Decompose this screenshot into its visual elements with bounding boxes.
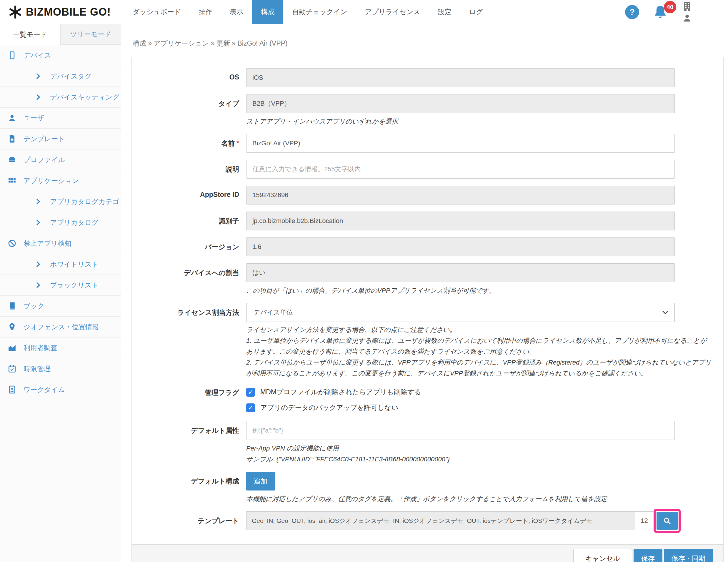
sidebar-item-whitelist[interactable]: ホワイトリスト bbox=[0, 254, 121, 275]
checkbox-checked-icon[interactable]: ✓ bbox=[246, 388, 255, 397]
sidebar-item-device-kitting[interactable]: デバイスキッティング bbox=[0, 87, 121, 108]
os-label: OS bbox=[142, 68, 239, 87]
device-assignment-label: デバイスへの割当 bbox=[142, 263, 239, 296]
version-field: 1.6 bbox=[246, 237, 675, 256]
license-method-select[interactable]: デバイス単位 bbox=[246, 303, 675, 322]
profile-icon bbox=[8, 155, 16, 164]
version-label: バージョン bbox=[142, 237, 239, 256]
id-badge-icon bbox=[8, 385, 16, 394]
notifications-bell-icon[interactable]: 40 bbox=[653, 4, 668, 20]
sidebar-item-blacklist[interactable]: ブラックリスト bbox=[0, 275, 121, 296]
form-footer: キャンセル 保存 保存・同期 bbox=[132, 544, 723, 562]
template-label: テンプレート bbox=[142, 511, 239, 530]
nav-dashboard[interactable]: ダッシュボード bbox=[124, 0, 190, 24]
page: BIZMOBILE GO! ダッシュボード 操作 表示 構成 自動チェックイン … bbox=[0, 0, 728, 562]
help-icon[interactable]: ? bbox=[625, 5, 639, 19]
os-field: iOS bbox=[246, 68, 675, 87]
sidebar-item-users[interactable]: ユーザ bbox=[0, 108, 121, 129]
chevron-right-icon bbox=[35, 261, 42, 268]
flag-remove-app-with-mdm-profile: ✓ MDMプロファイルが削除されたらアプリも削除する bbox=[246, 388, 713, 397]
calendar-check-icon bbox=[8, 364, 16, 373]
type-label: タイプ bbox=[142, 94, 239, 127]
form-row-manage-flags: 管理フラグ ✓ MDMプロファイルが削除されたらアプリも削除する ✓ アプリのデ… bbox=[142, 386, 713, 414]
checkbox-checked-icon[interactable]: ✓ bbox=[246, 403, 255, 412]
description-input[interactable] bbox=[246, 160, 675, 178]
main-content: 構成 » アプリケーション » 更新 » BizGo! Air (VPP) OS… bbox=[121, 24, 728, 562]
name-label: 名前* bbox=[142, 134, 239, 153]
nav-log[interactable]: ログ bbox=[460, 0, 492, 24]
template-count: 12 bbox=[635, 511, 654, 530]
save-button[interactable]: 保存 bbox=[634, 549, 662, 562]
license-method-help-text: ライセンスアサイン方法を変更する場合、以下の点にご注意ください。 1. ユーザ単… bbox=[246, 324, 713, 379]
sidebar-item-books[interactable]: ブック bbox=[0, 296, 121, 317]
name-input[interactable] bbox=[246, 134, 675, 153]
tab-list-mode[interactable]: 一覧モード bbox=[0, 24, 61, 45]
identifier-field: jp.co.bizmobile.b2b.BizLocation bbox=[246, 211, 675, 230]
form-row-description: 説明 bbox=[142, 160, 713, 178]
chevron-right-icon bbox=[35, 219, 42, 226]
breadcrumb[interactable]: 構成 » アプリケーション » 更新 » BizGo! Air (VPP) bbox=[133, 39, 724, 48]
nav-operations[interactable]: 操作 bbox=[190, 0, 221, 24]
form-row-license-method: ライセンス割当方法 デバイス単位 ライセンスアサイン方法を変更する場合、以下の点… bbox=[142, 303, 713, 379]
nav-view[interactable]: 表示 bbox=[221, 0, 252, 24]
chart-icon bbox=[8, 344, 16, 352]
form-row-appstore-id: AppStore ID 1592432696 bbox=[142, 186, 713, 204]
sidebar-item-app-catalog-categories[interactable]: アプリカタログカテゴリ bbox=[0, 191, 121, 212]
sidebar: 一覧モード ツリーモード デバイス デバイスタグ デバイスキッティング bbox=[0, 24, 121, 562]
add-button[interactable]: 追加 bbox=[246, 472, 275, 491]
device-icon bbox=[8, 51, 16, 60]
user-icon bbox=[682, 13, 692, 23]
top-navigation-bar: BIZMOBILE GO! ダッシュボード 操作 表示 構成 自動チェックイン … bbox=[0, 0, 728, 24]
nav-app-license[interactable]: アプリライセンス bbox=[356, 0, 429, 24]
sidebar-item-profiles[interactable]: プロファイル bbox=[0, 149, 121, 170]
sidebar-item-banned-app-detection[interactable]: 禁止アプリ検知 bbox=[0, 233, 121, 254]
tab-tree-mode[interactable]: ツリーモード bbox=[61, 24, 121, 45]
manage-flags-label: 管理フラグ bbox=[142, 386, 239, 414]
default-config-label: デフォルト構成 bbox=[142, 472, 239, 504]
device-assignment-field: はい bbox=[246, 263, 675, 282]
sidebar-item-time-limit-management[interactable]: 時限管理 bbox=[0, 359, 121, 379]
form-row-name: 名前* bbox=[142, 134, 713, 153]
account-menu[interactable] bbox=[682, 1, 693, 23]
appstore-id-field: 1592432696 bbox=[246, 186, 675, 204]
book-icon bbox=[8, 302, 16, 311]
nav-settings[interactable]: 設定 bbox=[429, 0, 460, 24]
app-logo: BIZMOBILE GO! bbox=[0, 0, 124, 24]
nav-auto-checkin[interactable]: 自動チェックイン bbox=[283, 0, 356, 24]
highlight-annotation bbox=[654, 509, 681, 533]
map-pin-icon bbox=[8, 323, 16, 331]
default-config-help-text: 本機能に対応したアプリのみ、任意のタグを定義。「作成」ボタンをクリックすることで… bbox=[246, 493, 713, 504]
notification-count-badge: 40 bbox=[664, 1, 676, 13]
chevron-right-icon bbox=[35, 94, 42, 101]
nav-configuration[interactable]: 構成 bbox=[252, 0, 283, 24]
device-assignment-help-text: この項目が「はい」の場合、デバイス単位のVPPアプリライセンス割当が可能です。 bbox=[246, 285, 713, 296]
app-title: BIZMOBILE GO! bbox=[26, 6, 111, 18]
save-and-sync-button[interactable]: 保存・同期 bbox=[664, 549, 713, 562]
ban-icon bbox=[8, 239, 16, 248]
form-row-version: バージョン 1.6 bbox=[142, 237, 713, 256]
topbar-right-controls: ? 40 bbox=[625, 0, 728, 24]
sidebar-item-usage-survey[interactable]: 利用者調査 bbox=[0, 338, 121, 359]
appstore-id-label: AppStore ID bbox=[142, 186, 239, 204]
form-row-type: タイプ B2B（VPP） ストアアプリ・インハウスアプリのいずれかを選択 bbox=[142, 94, 713, 127]
sidebar-item-templates[interactable]: テンプレート bbox=[0, 129, 121, 149]
sidebar-item-app-catalog[interactable]: アプリカタログ bbox=[0, 212, 121, 233]
cancel-button[interactable]: キャンセル bbox=[573, 549, 632, 562]
sidebar-item-geofence-location[interactable]: ジオフェンス・位置情報 bbox=[0, 317, 121, 338]
identifier-label: 識別子 bbox=[142, 211, 239, 230]
form-row-default-config: デフォルト構成 追加 本機能に対応したアプリのみ、任意のタグを定義。「作成」ボタ… bbox=[142, 472, 713, 504]
user-icon bbox=[8, 114, 16, 122]
sidebar-item-device-tags[interactable]: デバイスタグ bbox=[0, 66, 121, 87]
search-icon bbox=[663, 516, 672, 525]
sidebar-item-worktime[interactable]: ワークタイム bbox=[0, 379, 121, 400]
file-icon bbox=[8, 134, 16, 143]
sidebar-item-applications[interactable]: アプリケーション bbox=[0, 170, 121, 191]
template-input-group: Geo_IN, Geo_OUT, ios_air, iOSジオフェンスデモ_IN… bbox=[246, 511, 681, 530]
description-label: 説明 bbox=[142, 160, 239, 178]
template-search-button[interactable] bbox=[657, 512, 678, 530]
default-attributes-input[interactable] bbox=[246, 421, 675, 440]
default-attributes-help-text: Per-App VPN の設定機能に使用 サンプル: {"VPNUUID":"F… bbox=[246, 443, 713, 465]
sidebar-item-devices[interactable]: デバイス bbox=[0, 45, 121, 66]
chevron-right-icon bbox=[35, 282, 42, 289]
type-help-text: ストアアプリ・インハウスアプリのいずれかを選択 bbox=[246, 116, 713, 127]
